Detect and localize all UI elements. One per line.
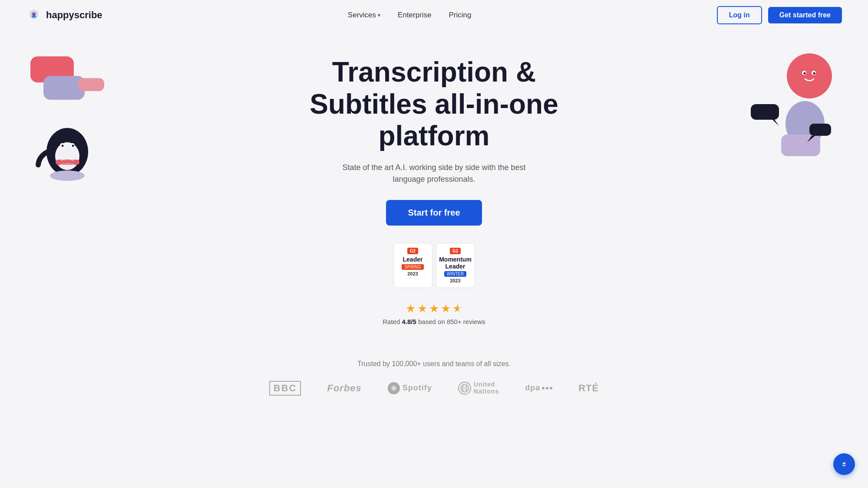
united-nations-logo: United Nations [458, 381, 499, 395]
svg-rect-3 [78, 78, 104, 91]
badge-spring: SPRING [402, 264, 423, 270]
badge-winter: WINTER [444, 271, 466, 277]
spotify-icon [388, 382, 400, 394]
chat-icon [839, 459, 849, 469]
login-button[interactable]: Log in [717, 6, 762, 24]
g2-badges: G2 Leader SPRING 2023 G2 Momentum Leader… [393, 243, 475, 288]
trusted-label: Trusted by 100,000+ users and teams of a… [357, 360, 511, 368]
navbar: happyscribe Services ▾ Enterprise Pricin… [0, 0, 868, 30]
svg-rect-21 [809, 124, 831, 136]
hero-section: Transcription & Subtitles all-in-one pla… [0, 30, 868, 343]
svg-rect-2 [43, 76, 85, 100]
star-3: ★ [429, 302, 439, 315]
svg-rect-18 [751, 104, 779, 120]
start-free-button[interactable]: Start for free [386, 200, 482, 226]
svg-point-12 [787, 53, 832, 98]
badge-leader: G2 Leader SPRING 2023 [393, 243, 432, 288]
nav-pricing[interactable]: Pricing [449, 11, 472, 20]
g2-momentum-label: G2 [450, 248, 461, 254]
rating-area: ★ ★ ★ ★ ★ ★ Rated 4.8/5 based on 850+ re… [383, 302, 485, 325]
get-started-button[interactable]: Get started free [768, 7, 842, 23]
star-4: ★ [441, 302, 451, 315]
badge-momentum-year: 2023 [450, 278, 460, 283]
brand-logos: BBC Forbes Spotify [269, 381, 599, 396]
logo-text: happyscribe [46, 10, 102, 21]
star-1: ★ [406, 302, 416, 315]
g2-label: G2 [407, 248, 418, 254]
rating-reviews: reviews [462, 318, 485, 325]
spotify-logo: Spotify [388, 382, 432, 394]
svg-point-15 [804, 72, 806, 75]
logo-icon [26, 7, 42, 23]
trusted-section: Trusted by 100,000+ users and teams of a… [0, 343, 868, 417]
nav-enterprise[interactable]: Enterprise [398, 11, 431, 20]
hero-illustration-left [26, 52, 113, 182]
svg-point-5 [55, 142, 79, 170]
un-icon [458, 382, 471, 395]
star-2: ★ [417, 302, 427, 315]
rating-text: Rated 4.8/5 based on 850+ reviews [383, 318, 485, 325]
badge-momentum-title: Momentum Leader [439, 256, 472, 270]
rating-score: 4.8/5 [402, 318, 416, 325]
svg-rect-20 [781, 134, 820, 156]
svg-point-9 [72, 145, 74, 147]
forbes-logo: Forbes [327, 383, 361, 394]
nav-services[interactable]: Services ▾ [348, 11, 380, 20]
badge-leader-year: 2023 [407, 271, 418, 276]
dpa-logo: dpa [525, 383, 552, 393]
logo[interactable]: happyscribe [26, 7, 102, 23]
star-rating: ★ ★ ★ ★ ★ ★ [406, 302, 462, 315]
rating-prefix: Rated [383, 318, 402, 325]
svg-marker-19 [772, 120, 779, 126]
svg-point-0 [33, 13, 35, 16]
badge-momentum: G2 Momentum Leader WINTER 2023 [436, 243, 475, 288]
badge-leader-title: Leader [403, 256, 423, 263]
rte-logo: RTÉ [578, 383, 599, 394]
hero-illustration-right [746, 48, 842, 178]
nav-actions: Log in Get started free [717, 6, 842, 24]
nav-links: Services ▾ Enterprise Pricing [348, 11, 472, 20]
chevron-down-icon: ▾ [378, 12, 380, 18]
chat-support-button[interactable] [833, 453, 855, 475]
bbc-logo: BBC [269, 381, 301, 396]
rating-based: based on [416, 318, 447, 325]
hero-title: Transcription & Subtitles all-in-one pla… [278, 56, 591, 152]
svg-point-11 [50, 170, 85, 181]
hero-subtitle: State of the art A.I. working side by si… [330, 162, 538, 185]
rating-count: 850+ [447, 318, 462, 325]
star-half: ★ ★ [452, 302, 462, 315]
dpa-dots [542, 387, 552, 390]
svg-point-16 [813, 72, 815, 75]
svg-point-8 [62, 145, 64, 147]
